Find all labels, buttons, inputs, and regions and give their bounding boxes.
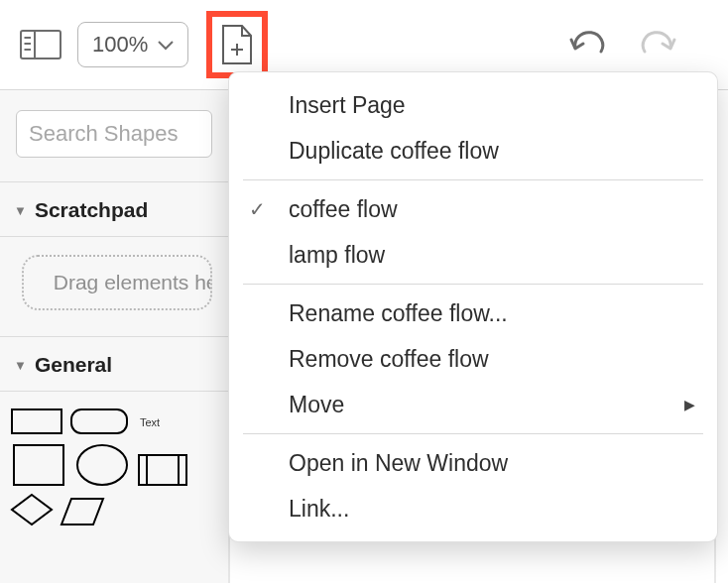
general-header[interactable]: ▼ General xyxy=(0,337,228,392)
menu-separator xyxy=(243,179,703,180)
menu-separator xyxy=(243,433,703,434)
menu-item-label: Link... xyxy=(289,496,349,523)
menu-link[interactable]: Link... xyxy=(229,486,717,531)
tutorial-highlight xyxy=(206,11,268,78)
scratchpad-hint: Drag elements here xyxy=(54,271,212,294)
scratchpad-drop-area[interactable]: Drag elements here xyxy=(22,255,212,310)
menu-item-label: Open in New Window xyxy=(289,450,508,477)
svg-rect-9 xyxy=(14,445,63,485)
svg-marker-15 xyxy=(61,499,103,525)
menu-item-label: Move xyxy=(289,392,344,418)
collapse-icon: ▼ xyxy=(14,358,27,373)
menu-item-label: Rename coffee flow... xyxy=(289,300,508,327)
shape-rounded-rectangle[interactable] xyxy=(69,406,129,437)
general-title: General xyxy=(35,353,112,377)
undo-button[interactable] xyxy=(565,23,609,66)
undo-redo-group xyxy=(565,23,680,66)
menu-insert-page[interactable]: Insert Page xyxy=(229,82,717,128)
scratchpad-title: Scratchpad xyxy=(35,198,148,222)
toggle-sidebar-icon xyxy=(20,30,61,59)
zoom-select[interactable]: 100% xyxy=(77,22,188,67)
menu-item-label: Duplicate coffee flow xyxy=(289,138,499,165)
shape-ellipse[interactable] xyxy=(73,443,131,487)
shape-palette: Text xyxy=(0,392,228,540)
menu-page-lamp-flow[interactable]: lamp flow xyxy=(229,232,717,278)
shape-parallelogram[interactable] xyxy=(60,497,105,526)
svg-rect-7 xyxy=(12,409,61,433)
menu-open-new-window[interactable]: Open in New Window xyxy=(229,440,717,486)
svg-marker-14 xyxy=(12,495,52,525)
svg-rect-8 xyxy=(71,409,127,433)
scratchpad-header[interactable]: ▼ Scratchpad xyxy=(0,182,228,237)
collapse-icon: ▼ xyxy=(14,203,27,218)
menu-remove-page[interactable]: Remove coffee flow xyxy=(229,336,717,382)
shape-process[interactable] xyxy=(137,453,188,487)
menu-item-label: Insert Page xyxy=(289,92,406,119)
shape-text-label: Text xyxy=(140,416,160,428)
zoom-value: 100% xyxy=(92,32,148,58)
search-shapes-input[interactable] xyxy=(16,110,212,158)
menu-move-page[interactable]: Move xyxy=(229,382,717,427)
shapes-sidebar: ▼ Scratchpad Drag elements here ▼ Genera… xyxy=(0,90,230,583)
menu-page-coffee-flow[interactable]: ✓ coffee flow xyxy=(229,186,717,232)
redo-icon xyxy=(639,30,678,59)
pages-button[interactable] xyxy=(215,20,259,69)
shape-diamond[interactable] xyxy=(10,493,54,526)
menu-item-label: lamp flow xyxy=(289,242,385,269)
menu-rename-page[interactable]: Rename coffee flow... xyxy=(229,291,717,336)
menu-separator xyxy=(243,284,703,285)
check-icon: ✓ xyxy=(249,197,266,221)
menu-item-label: coffee flow xyxy=(289,196,398,223)
new-page-icon xyxy=(220,24,254,65)
undo-icon xyxy=(567,30,607,59)
toggle-sidebar-button[interactable] xyxy=(18,28,63,61)
chevron-down-icon xyxy=(158,41,174,51)
menu-item-label: Remove coffee flow xyxy=(289,346,489,373)
shape-rectangle[interactable] xyxy=(10,406,63,437)
shape-square[interactable] xyxy=(10,443,67,487)
menu-duplicate-page[interactable]: Duplicate coffee flow xyxy=(229,128,717,174)
pages-context-menu: Insert Page Duplicate coffee flow ✓ coff… xyxy=(228,71,718,542)
redo-button[interactable] xyxy=(637,23,680,66)
shape-text[interactable]: Text xyxy=(135,408,165,437)
svg-point-10 xyxy=(77,445,127,485)
